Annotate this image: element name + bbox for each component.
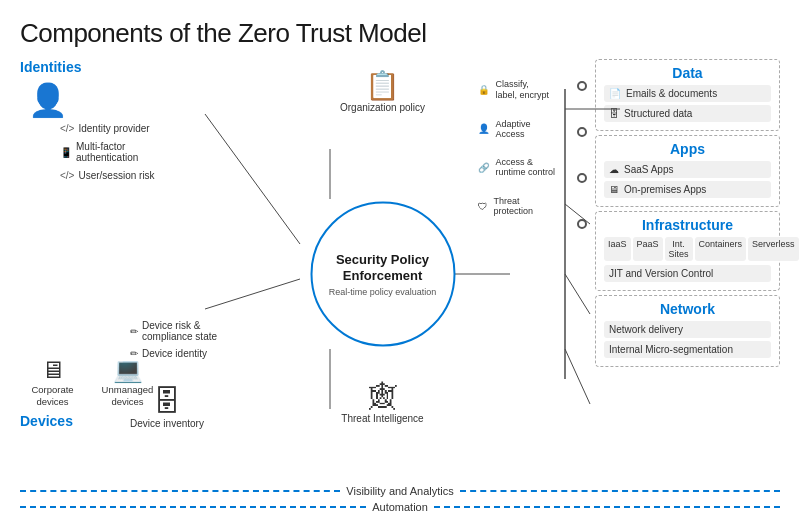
corporate-device-box: 🖥 Corporate devices — [20, 356, 85, 407]
list-item: </> User/session risk — [60, 170, 230, 181]
runtime-control-item: 🔗 Access &runtime control — [478, 157, 555, 179]
devices-label: Devices — [20, 413, 230, 429]
data-section: Data 📄 Emails & documents 🗄 Structured d… — [595, 59, 780, 131]
visibility-row: Visibility and Analytics — [20, 485, 780, 497]
person-icon: 👤 — [28, 81, 230, 119]
main-content: Identities 👤 </> Identity provider 📱 Mul… — [20, 59, 780, 489]
list-item: 📱 Multi-factorauthentication — [60, 141, 230, 163]
access-items: 🔒 Classify,label, encrypt 👤 AdaptiveAcce… — [478, 79, 555, 216]
list-item: Internal Micro-segmentation — [604, 341, 771, 358]
db-icon: 🗄 — [609, 108, 619, 119]
list-item: ✏ Device risk &compliance state — [130, 320, 217, 342]
dashed-line-right — [460, 490, 780, 492]
laptop-icon: 💻 — [113, 356, 143, 384]
circle-connector-2 — [577, 127, 587, 137]
circle-connector-4 — [577, 219, 587, 229]
document-icon: 📋 — [365, 69, 400, 102]
list-item: </> Identity provider — [60, 123, 230, 134]
bottom-bar: Visibility and Analytics Automation — [20, 485, 780, 513]
dashed-line-left2 — [20, 506, 366, 508]
list-item: IaaS — [604, 237, 631, 261]
circle-connector-1 — [577, 81, 587, 91]
threat-protection-item: 🛡 Threatprotection — [478, 196, 555, 216]
infrastructure-section: Infrastructure IaaS PaaS Int. Sites Cont… — [595, 211, 780, 291]
org-policy: 📋 Organization policy — [340, 69, 425, 113]
right-column: Data 📄 Emails & documents 🗄 Structured d… — [595, 59, 780, 489]
list-item: Serverless — [748, 237, 799, 261]
lock-icon: 🔒 — [478, 84, 490, 95]
code-icon: </> — [60, 123, 74, 134]
infra-cols: IaaS PaaS Int. Sites Containers Serverle… — [604, 237, 771, 261]
dashed-line-right2 — [434, 506, 780, 508]
svg-line-7 — [565, 274, 590, 314]
list-item: Containers — [695, 237, 747, 261]
list-item: 🗄 Structured data — [604, 105, 771, 122]
unmanaged-device-box: 💻 Unmanaged devices — [95, 356, 160, 407]
identities-label: Identities — [20, 59, 230, 75]
device-props: ✏ Device risk &compliance state ✏ Device… — [130, 320, 217, 359]
list-item: 🖥 On-premises Apps — [604, 181, 771, 198]
jit-item: JIT and Version Control — [604, 265, 771, 282]
desktop-icon: 🖥 — [41, 356, 65, 384]
list-item: ☁ SaaS Apps — [604, 161, 771, 178]
devices-row: 🖥 Corporate devices 💻 Unmanaged devices — [20, 356, 230, 407]
shield-icon: 🛡 — [478, 201, 488, 212]
list-item: 📄 Emails & documents — [604, 85, 771, 102]
classify-item: 🔒 Classify,label, encrypt — [478, 79, 555, 101]
phone-icon: 📱 — [60, 147, 72, 158]
connector-circles — [577, 81, 587, 229]
page: Components of the Zero Trust Model Ident… — [0, 0, 800, 525]
list-item: PaaS — [633, 237, 663, 261]
page-title: Components of the Zero Trust Model — [20, 18, 780, 49]
identity-items: </> Identity provider 📱 Multi-factorauth… — [60, 123, 230, 181]
adaptive-access-item: 👤 AdaptiveAccess — [478, 119, 555, 139]
automation-label: Automation — [372, 501, 428, 513]
adaptive-icon: 👤 — [478, 123, 490, 134]
list-item: Int. Sites — [665, 237, 693, 261]
devices-section: 🖥 Corporate devices 💻 Unmanaged devices … — [20, 356, 230, 429]
middle-column: 📋 Organization policy Security Policy En… — [230, 59, 535, 489]
network-section: Network Network delivery Internal Micro-… — [595, 295, 780, 367]
edit-icon: ✏ — [130, 326, 138, 337]
link-icon: 🔗 — [478, 162, 490, 173]
monitor-icon: 🖥 — [609, 184, 619, 195]
cloud-icon: ☁ — [609, 164, 619, 175]
automation-row: Automation — [20, 501, 780, 513]
left-column: Identities 👤 </> Identity provider 📱 Mul… — [20, 59, 230, 489]
threat-intel: 🕸 Threat Intelligence — [341, 380, 423, 424]
svg-line-8 — [565, 349, 590, 404]
threat-icon: 🕸 — [369, 380, 397, 413]
visibility-label: Visibility and Analytics — [346, 485, 453, 497]
security-policy-circle: Security Policy Enforcement Real-time po… — [310, 202, 455, 347]
apps-section: Apps ☁ SaaS Apps 🖥 On-premises Apps — [595, 135, 780, 207]
list-item: Network delivery — [604, 321, 771, 338]
circle-connector-3 — [577, 173, 587, 183]
dashed-line-left — [20, 490, 340, 492]
code-icon2: </> — [60, 170, 74, 181]
email-icon: 📄 — [609, 88, 621, 99]
